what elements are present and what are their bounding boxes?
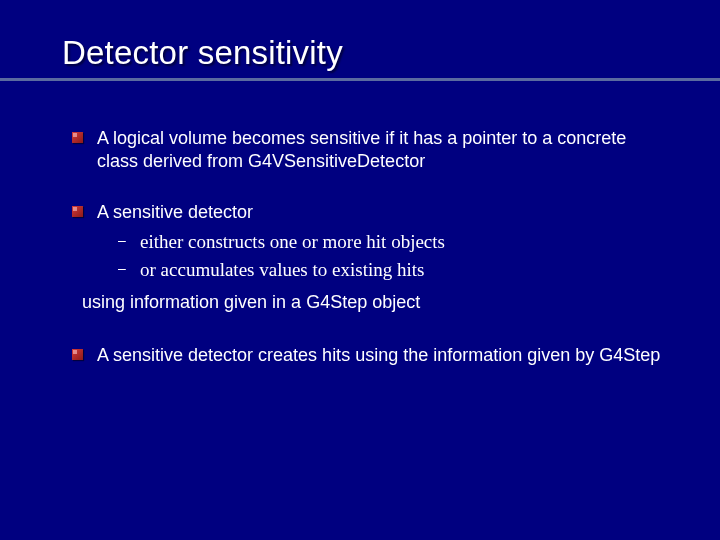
slide-body: A logical volume becomes sensitive if it… [62,127,670,367]
continuation-text: using information given in a G4Step obje… [82,291,664,314]
sub-list: – either constructs one or more hit obje… [116,230,664,283]
bullet-text: A sensitive detector creates hits using … [97,344,664,367]
bullet-item: A sensitive detector creates hits using … [72,344,664,367]
dash-icon: – [116,258,128,279]
bullet-text: A sensitive detector [97,201,664,224]
bullet-text: A logical volume becomes sensitive if it… [97,127,664,173]
bullet-icon [72,349,83,360]
sub-text: either constructs one or more hit object… [140,230,664,254]
bullet-icon [72,132,83,143]
bullet-icon [72,206,83,217]
bullet-item: A sensitive detector [72,201,664,224]
sub-item: – or accumulates values to existing hits [116,258,664,282]
sub-text: or accumulates values to existing hits [140,258,664,282]
dash-icon: – [116,230,128,251]
title-underline [0,78,720,81]
sub-item: – either constructs one or more hit obje… [116,230,664,254]
slide: Detector sensitivity A logical volume be… [0,0,720,540]
slide-title: Detector sensitivity [62,34,670,72]
bullet-item: A logical volume becomes sensitive if it… [72,127,664,173]
